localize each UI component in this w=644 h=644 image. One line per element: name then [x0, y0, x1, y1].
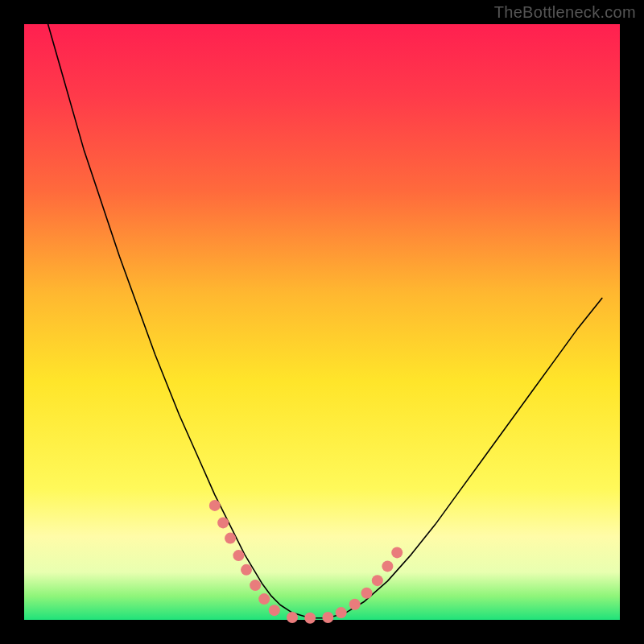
curve-marker: [258, 593, 270, 605]
curve-marker: [217, 517, 229, 528]
curve-marker: [233, 550, 244, 561]
curve-marker: [209, 500, 221, 511]
curve-marker: [349, 599, 361, 610]
curve-marker: [391, 547, 402, 558]
curve-marker: [250, 580, 261, 591]
curve-marker: [361, 588, 373, 599]
curve-marker: [241, 564, 252, 576]
curve-marker: [269, 605, 280, 616]
watermark-label: TheBottleneck.com: [494, 3, 636, 22]
curve-marker: [322, 612, 333, 623]
curve-marker: [287, 612, 298, 623]
curve-marker: [382, 560, 393, 572]
curve-marker: [336, 607, 347, 618]
chart-frame: TheBottleneck.com: [0, 0, 644, 644]
curve-marker: [304, 613, 316, 624]
curve-marker: [372, 575, 383, 586]
curve-marker: [225, 533, 236, 544]
chart-background: [24, 24, 620, 620]
bottleneck-chart: [0, 0, 644, 644]
